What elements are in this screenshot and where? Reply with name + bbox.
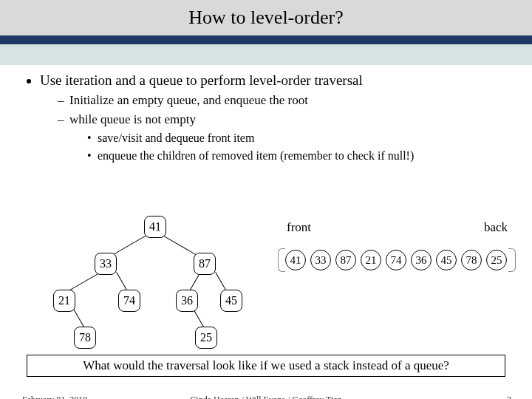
- tree-node: 87: [194, 253, 216, 275]
- tree-node: 25: [195, 327, 217, 349]
- queue-item: 87: [335, 250, 356, 270]
- queue-item: 36: [411, 250, 432, 270]
- footer-page: 2: [507, 395, 511, 399]
- bullet-subsub2-text: enqueue the children of removed item (re…: [98, 149, 414, 162]
- queue-item: 74: [386, 250, 406, 270]
- bullet-sub2: –while queue is not empty: [19, 112, 513, 127]
- bullet-sub2-text: while queue is not empty: [69, 112, 196, 126]
- queue-bracket-left: [278, 248, 285, 272]
- tree-node: 36: [176, 290, 198, 312]
- bullet-sub1-text: Initialize an empty queue, and enqueue t…: [69, 93, 308, 107]
- tree-node: 74: [118, 290, 140, 312]
- tree-node-root: 41: [144, 216, 166, 238]
- queue-item: 41: [285, 250, 306, 270]
- question-box: What would the traversal look like if we…: [27, 355, 505, 377]
- queue-back-label: back: [484, 220, 508, 235]
- queue-item: 33: [310, 250, 331, 270]
- queue-item: 25: [486, 250, 507, 270]
- tree-node: 21: [53, 290, 75, 312]
- bullet-main: Use iteration and a queue to perform lev…: [40, 72, 513, 89]
- bullet-subsub1-text: save/visit and dequeue front item: [98, 132, 254, 144]
- queue-item: 21: [361, 250, 381, 270]
- tree-node: 45: [220, 290, 242, 312]
- queue-item: 78: [461, 250, 482, 270]
- bullet-subsub1: •save/visit and dequeue front item: [19, 132, 513, 145]
- diagram-area: 41 33 87 21 74 36 45 78 25 front back 41…: [0, 213, 532, 353]
- header-teal-bar: [0, 44, 532, 65]
- header-blue-bar: [0, 35, 532, 44]
- queue-bracket-right: [508, 248, 516, 272]
- tree-node: 33: [95, 253, 117, 275]
- footer-credits: Cinda Heeren / Will Evans / Geoffrey Tie…: [0, 395, 532, 399]
- tree-node: 78: [74, 327, 96, 349]
- content-area: Use iteration and a queue to perform lev…: [0, 65, 532, 163]
- bullet-subsub2: •enqueue the children of removed item (r…: [19, 149, 513, 163]
- bullet-sub1: –Initialize an empty queue, and enqueue …: [19, 93, 513, 108]
- queue-item: 45: [436, 250, 457, 270]
- queue-front-label: front: [287, 220, 311, 235]
- slide-title: How to level-order?: [0, 0, 532, 35]
